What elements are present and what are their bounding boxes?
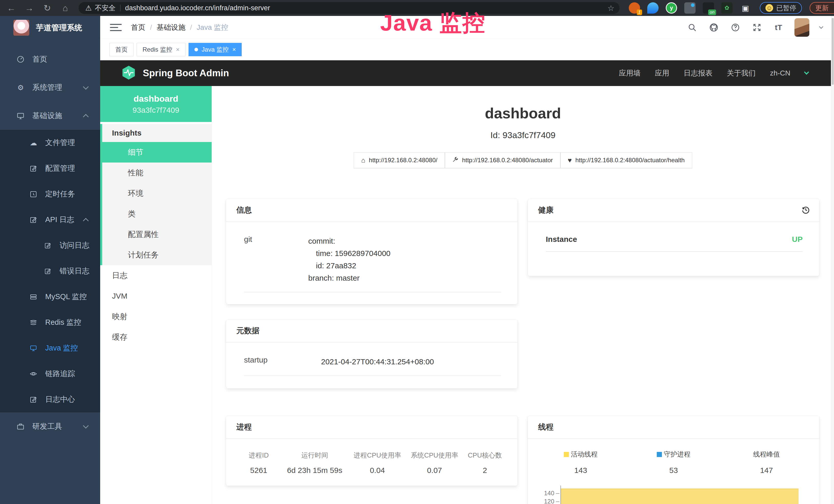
cpu-cores-value: 2 <box>463 466 507 475</box>
column-header: 进程CPU使用率 <box>348 451 407 460</box>
sidebar-item-dev-tools[interactable]: 研发工具 <box>0 412 100 441</box>
sidebar-item-mysql-monitor[interactable]: MySQL 监控 <box>0 284 100 310</box>
sba-menu-metrics[interactable]: 性能 <box>102 162 212 183</box>
sba-menu-mappings[interactable]: 映射 <box>100 306 212 327</box>
sba-menu-environment[interactable]: 环境 <box>102 183 212 204</box>
page-scrollbar[interactable] <box>831 16 834 504</box>
paused-pill[interactable]: ☺ 已暂停 <box>760 2 802 14</box>
sba-menu-config-props[interactable]: 配置属性 <box>102 224 212 245</box>
grid-extension-icon[interactable] <box>684 2 696 14</box>
sba-menu-logs[interactable]: 日志 <box>100 265 212 286</box>
leaf-extension-icon[interactable]: ✿ <box>721 2 732 14</box>
sba-body: dashboard 93a3fc7f7409 Insights 细节 性能 环境… <box>100 86 834 504</box>
sidebar-item-label: MySQL 监控 <box>45 292 87 302</box>
git-id-line: id: 27aa832 <box>308 259 390 272</box>
sidebar-item-infra[interactable]: 基础设施 <box>0 102 100 130</box>
sba-nav-about[interactable]: 关于我们 <box>727 68 756 78</box>
sba-menu-details[interactable]: 细节 <box>102 142 212 162</box>
sidebar-item-scheduled-jobs[interactable]: 定时任务 <box>0 181 100 207</box>
search-icon[interactable] <box>686 22 698 33</box>
sba-insights-section: Insights 细节 性能 环境 类 配置属性 计划任务 <box>100 124 212 265</box>
sba-menu-classes[interactable]: 类 <box>102 204 212 224</box>
switch-extension-icon[interactable]: on <box>703 2 714 14</box>
breadcrumb-infra[interactable]: 基础设施 <box>157 23 185 32</box>
sidebar-item-error-logs[interactable]: 错误日志 <box>0 258 100 284</box>
url-text[interactable]: dashboard.yudao.iocoder.cn/infra/admin-s… <box>125 4 270 12</box>
sidebar-item-file-manage[interactable]: ☁ 文件管理 <box>0 130 100 156</box>
tab-redis-monitor[interactable]: Redis 监控 × <box>137 43 185 56</box>
sba-nav-applications[interactable]: 应用 <box>655 68 670 78</box>
sidebar-item-trace[interactable]: 链路追踪 <box>0 361 100 387</box>
breadcrumb: 首页 / 基础设施 / Java 监控 <box>131 23 228 32</box>
browser-menu-kebab-icon[interactable]: ⋮ <box>832 4 834 13</box>
legend-yellow-swatch <box>564 452 569 457</box>
sidebar-item-system[interactable]: ⚙ 系统管理 <box>0 73 100 102</box>
navbar-actions: tT <box>686 18 823 37</box>
git-time-line: time: 1596289704000 <box>308 247 390 259</box>
service-url-chip[interactable]: ⌂ http://192.168.0.2:48080/ <box>354 152 445 168</box>
sidebar-item-access-logs[interactable]: 访问日志 <box>0 233 100 258</box>
tab-home[interactable]: 首页 <box>109 43 134 56</box>
browser-forward-icon[interactable]: → <box>23 2 36 14</box>
sba-sidebar: dashboard 93a3fc7f7409 Insights 细节 性能 环境… <box>100 86 212 504</box>
update-browser-button[interactable]: 更新 ⋮ <box>810 2 834 14</box>
legend-value: 143 <box>534 466 627 475</box>
chevron-up-icon <box>83 218 89 224</box>
health-url-chip[interactable]: ♥ http://192.168.0.2:48080/actuator/heal… <box>561 152 692 168</box>
tab-java-monitor[interactable]: Java 监控 × <box>189 43 242 56</box>
y-extension-icon[interactable]: y <box>666 2 677 14</box>
history-icon[interactable] <box>802 205 810 215</box>
actuator-url-chip[interactable]: http://192.168.0.2:48080/actuator <box>445 152 561 168</box>
sidebar-item-redis-monitor[interactable]: Redis 监控 <box>0 310 100 335</box>
health-instance-row[interactable]: Instance UP <box>546 235 803 252</box>
user-menu-caret-icon[interactable] <box>819 25 824 29</box>
sba-nav-journal[interactable]: 日志报表 <box>684 68 712 78</box>
sba-menu-scheduled-tasks[interactable]: 计划任务 <box>102 245 212 265</box>
sidebar-item-config-manage[interactable]: 配置管理 <box>0 156 100 181</box>
browser-back-icon[interactable]: ← <box>5 2 18 14</box>
main-area: 首页 / 基础设施 / Java 监控 tT 首页 Redis 监控 × Jav… <box>100 16 834 504</box>
process-table-header: 进程ID 运行时间 进程CPU使用率 系统CPU使用率 CPU核心数 <box>236 451 507 460</box>
help-icon[interactable] <box>730 22 741 33</box>
sba-instance-block[interactable]: dashboard 93a3fc7f7409 <box>100 86 212 122</box>
fullscreen-icon[interactable] <box>751 22 763 33</box>
sidebar-item-label: 配置管理 <box>45 163 75 174</box>
tab-close-icon[interactable]: × <box>176 46 179 53</box>
sidebar-item-home[interactable]: 首页 <box>0 45 100 73</box>
bookmark-star-icon[interactable]: ☆ <box>608 4 614 13</box>
extension-icon[interactable]: 1 <box>629 2 640 14</box>
sba-nav-wallboard[interactable]: 应用墙 <box>619 68 641 78</box>
legend-value: 53 <box>627 466 720 475</box>
browser-home-icon[interactable]: ⌂ <box>59 2 72 14</box>
user-avatar[interactable] <box>794 18 809 37</box>
sba-header: Spring Boot Admin 应用墙 应用 日志报表 关于我们 zh-CN <box>100 60 834 86</box>
font-size-icon[interactable]: tT <box>773 22 784 33</box>
tab-close-icon[interactable]: × <box>232 46 236 53</box>
uptime-value: 6d 23h 15m 59s <box>281 466 348 475</box>
sba-locale-select[interactable]: zh-CN <box>770 69 790 77</box>
breadcrumb-home[interactable]: 首页 <box>131 23 146 32</box>
layers-icon <box>29 319 38 326</box>
column-header: 进程ID <box>236 451 281 460</box>
extensions-puzzle-icon[interactable]: ▣ <box>740 2 751 14</box>
pin-extension-icon[interactable] <box>647 2 659 14</box>
sidebar-item-log-center[interactable]: 日志中心 <box>0 387 100 412</box>
heartbeat-icon: ♥ <box>568 156 572 164</box>
sidebar-item-label: API 日志 <box>45 215 74 225</box>
sidebar-toggle-icon[interactable] <box>110 22 122 32</box>
github-icon[interactable] <box>708 22 720 33</box>
y-axis-tick: 140 <box>534 489 554 497</box>
sidebar-item-api-logs[interactable]: API 日志 <box>0 207 100 233</box>
locale-caret-icon[interactable] <box>804 70 809 75</box>
sba-menu-caches[interactable]: 缓存 <box>100 327 212 347</box>
scrollbar-thumb[interactable] <box>832 18 834 85</box>
sba-nav: 应用墙 应用 日志报表 关于我们 zh-CN <box>619 68 808 78</box>
address-bar[interactable]: ⚠ 不安全 dashboard.yudao.iocoder.cn/infra/a… <box>79 2 619 14</box>
browser-reload-icon[interactable]: ↻ <box>41 2 54 14</box>
sba-menu-jvm[interactable]: JVM <box>100 286 212 306</box>
app-logo-row: 芋道管理系统 <box>0 16 100 40</box>
sidebar-item-java-monitor[interactable]: Java 监控 <box>0 335 100 361</box>
gauge-icon <box>16 55 25 63</box>
sidebar-item-label: 系统管理 <box>32 83 62 93</box>
sidebar-menu: 首页 ⚙ 系统管理 基础设施 ☁ 文件管理 配置管理 定时任务 <box>0 40 100 441</box>
